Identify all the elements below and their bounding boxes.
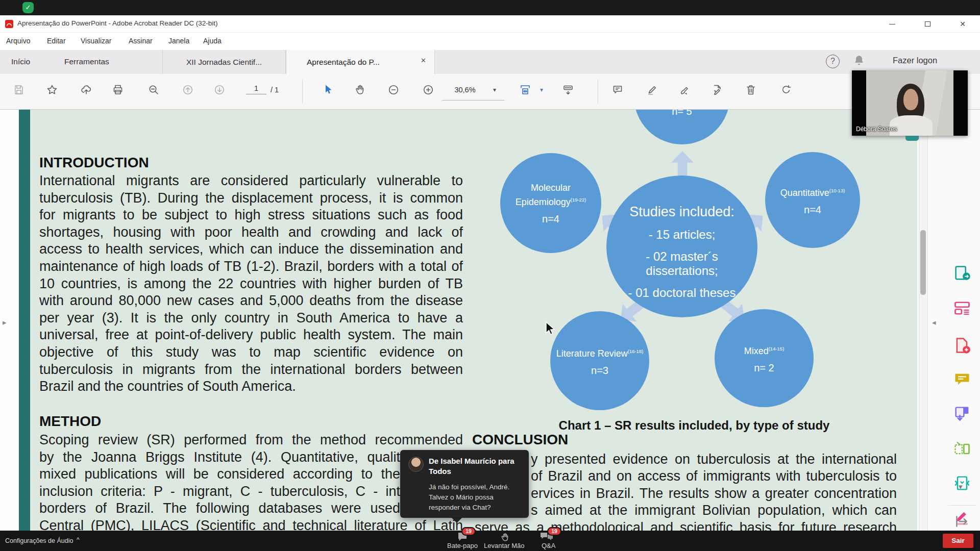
menu-ajuda[interactable]: Ajuda [203,37,222,45]
edit-pdf-icon[interactable] [953,299,971,319]
comment-icon[interactable] [611,84,624,98]
minimize-button[interactable] [877,15,907,33]
hand-tool-icon[interactable] [354,84,366,98]
chat-notification-popup[interactable]: De Isabel Maurício para Todos Já não foi… [400,450,529,518]
conclusion-line: ervices in Brazil. The results show a gr… [531,485,897,502]
zoom-dropdown-icon[interactable]: ▾ [493,86,496,93]
close-button[interactable]: ✕ [948,15,977,33]
tab-inicio[interactable]: Início [11,57,30,66]
more-tools-chevron-icon[interactable]: ▾ [959,482,963,491]
qa-button-label[interactable]: Q&A [542,542,555,549]
open-panel-export-icon[interactable] [953,513,970,532]
tab-close-icon[interactable]: ✕ [421,57,426,64]
method-line: mixed publications will be considered ac… [39,466,400,483]
circle-center-item: - 02 master´s dissertations; [618,249,746,278]
rotate-icon[interactable] [780,84,792,98]
toolbar-divider [302,79,303,104]
scrollbar-thumb[interactable] [920,230,926,295]
export-pdf-icon[interactable] [953,264,971,285]
comment-tool-icon[interactable] [953,370,971,391]
panel-divider [948,505,976,506]
select-tool-icon[interactable] [322,84,334,98]
diagram-circle-literature: Literature Review(16-18) n=3 [550,311,649,410]
webcam-name-label: Débora Soares [856,126,897,133]
previous-page-icon[interactable] [182,84,194,98]
fit-dropdown-icon[interactable]: ▾ [540,86,543,93]
left-panel-expand-icon[interactable]: ▸ [3,318,7,327]
tab-ferramentas[interactable]: Ferramentas [64,57,109,66]
fit-width-icon[interactable] [519,84,531,98]
maximize-button[interactable] [913,15,942,33]
webcam-handle[interactable] [905,136,919,141]
mouse-cursor [545,321,556,339]
page-total-label: / 1 [271,86,279,94]
next-page-icon[interactable] [213,84,226,98]
menu-arquivo[interactable]: Arquivo [6,37,30,45]
chat-badge: 19 [461,527,476,536]
audio-settings-caret-icon[interactable]: ^ [77,536,80,543]
tab-document-apresentacao[interactable]: Apresentação do P... ✕ [286,50,435,74]
vertical-scrollbar[interactable] [919,110,927,531]
zoom-in-icon[interactable] [422,84,434,98]
diagram-circle-center: Studies included: - 15 articles; - 02 ma… [606,176,757,317]
intro-line: International migrants are considered pa… [39,172,463,189]
star-icon[interactable] [46,84,58,98]
search-icon[interactable] [148,84,160,98]
highlight-icon[interactable] [646,84,658,98]
diagram-circle-molecular: Molecular Epidemiology(19-22) n=4 [500,153,601,253]
circle-mixed-refs: (14-15) [769,346,785,352]
intro-line: tuberculosis in migrants from the intern… [39,361,463,378]
print-icon[interactable] [112,84,124,98]
circle-top-n: n= 5 [634,110,730,117]
delete-icon[interactable] [745,84,757,98]
circle-molecular-label: Molecular [531,182,571,194]
conclusion-line: y presented evidence on tuberculosis at … [531,451,897,468]
circle-center-item: - 01 doctoral theses [618,286,746,300]
intro-line: for migrants to be subject to high stres… [39,207,463,223]
help-icon[interactable]: ? [826,55,840,68]
create-pdf-icon[interactable] [953,336,971,357]
menu-assinar[interactable]: Assinar [129,37,153,45]
chat-message: Talvez o Mário possa [429,492,494,503]
window-title: Apresentação do PowerPoint - Adobe Acrob… [17,19,217,27]
menu-editar[interactable]: Editar [47,37,66,45]
menu-janela[interactable]: Janela [168,37,189,45]
fill-sign-icon[interactable] [711,84,723,98]
intro-line: Brazil and the countries of South Americ… [39,378,463,395]
tab-document-jornadas[interactable]: XII Jornadas Cientif... [162,50,286,74]
organize-pages-icon[interactable] [953,440,971,460]
sign-pen-icon[interactable] [678,84,691,98]
security-shield-icon: ✓ [22,2,34,13]
zoom-out-icon[interactable] [387,84,400,98]
leave-meeting-button[interactable]: Sair [943,534,973,548]
hide-toolbar-icon[interactable] [562,84,574,98]
chat-message: responder via Chat? [429,503,491,513]
combine-files-icon[interactable] [953,405,971,425]
zoom-level-value[interactable]: 30,6% [445,86,485,94]
raise-hand-label[interactable]: Levantar Mão [484,542,525,549]
webcam-overlay[interactable]: Débora Soares [852,70,968,136]
audio-settings-button[interactable]: Configurações de Áudio [5,537,73,544]
circle-mixed-label: Mixed [744,346,769,356]
page-number-input[interactable]: 1 [246,84,266,94]
share-cloud-icon[interactable] [80,84,92,98]
diagram-circle-quantitative: Quantitative(10-13) n=4 [765,152,860,248]
method-line: Central (PMC), LILACS (Scientific and te… [39,517,463,531]
intro-line: 10 countries, is among the 22 countries … [39,276,463,292]
circle-center-title: Studies included: [629,204,734,220]
intro-line: maintenance of high loads of TB (1-2). B… [39,258,463,275]
chat-button-label[interactable]: Bate-papo [447,542,478,549]
sign-in-link[interactable]: Fazer logon [893,56,937,65]
notifications-bell-icon[interactable] [852,54,866,69]
circle-literature-refs: (16-18) [628,348,644,354]
meeting-topbar: ✓ [0,0,980,15]
right-panel-collapse-icon[interactable]: ◂ [932,318,936,327]
screen: ✓ Apresentação do PowerPoint - Adobe Acr… [0,0,980,551]
circle-mixed-n: n= 2 [754,362,774,374]
diagram-arrow-up [671,151,694,179]
acrobat-app-icon [5,20,13,30]
save-icon[interactable] [13,84,25,98]
chat-avatar [408,457,424,472]
menu-visualizar[interactable]: Visualizar [81,37,111,45]
circle-molecular-label2: Epidemiology [516,197,571,207]
